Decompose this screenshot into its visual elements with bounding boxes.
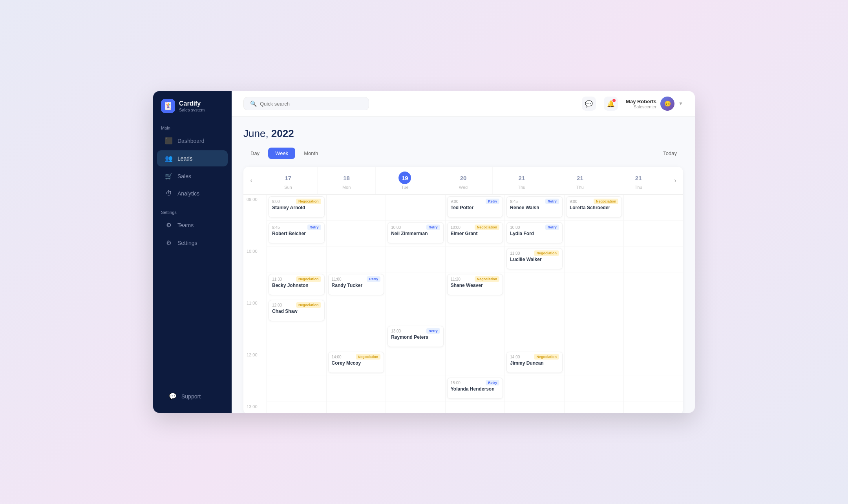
sidebar-item-leads[interactable]: 👥 Leads — [157, 150, 228, 166]
dashboard-icon: ⬛ — [165, 137, 173, 144]
sidebar-item-label: Settings — [177, 240, 197, 246]
search-input[interactable] — [260, 101, 362, 107]
event-jimmy-duncan[interactable]: 14:00 Negociation Jimmy Duncan — [506, 352, 563, 373]
teams-icon: ⚙ — [165, 221, 173, 229]
app-name: Cardify — [179, 100, 205, 107]
chat-icon: 💬 — [585, 100, 593, 108]
search-icon: 🔍 — [250, 100, 257, 107]
tab-month[interactable]: Month — [297, 148, 325, 159]
main-section-label: Main — [153, 122, 232, 132]
event-yolanda-henderson[interactable]: 15:00 Retry Yolanda Henderson — [447, 378, 503, 399]
day-header-tue: 19 Tue — [376, 167, 434, 194]
sidebar-item-label: Teams — [177, 222, 194, 228]
event-shane-weaver[interactable]: 11:20 Negociation Shane Weaver — [447, 274, 503, 295]
sidebar-item-dashboard[interactable]: ⬛ Dashboard — [157, 133, 228, 149]
sidebar-item-label: Dashboard — [177, 138, 205, 144]
user-profile[interactable]: May Roberts Salescenter 😊 ▼ — [626, 97, 683, 111]
event-lucille-walker[interactable]: 11:00 Negociation Lucille Walker — [506, 248, 563, 269]
avatar: 😊 — [660, 97, 674, 111]
calendar-days-header: 17 Sun 18 Mon 19 Tue — [259, 167, 667, 194]
sidebar-item-label: Support — [181, 393, 201, 400]
sidebar-item-label: Leads — [177, 155, 192, 162]
day-col-thu1: 9:45 Retry Renee Walsh 10:00 Retry — [505, 195, 565, 413]
view-tabs: Day Week Month Today — [243, 148, 683, 159]
header-right: 💬 🔔 May Roberts Salescenter 😊 ▼ — [582, 97, 683, 111]
sidebar-item-label: Sales — [177, 173, 191, 179]
tab-day[interactable]: Day — [243, 148, 267, 159]
search-bar[interactable]: 🔍 — [243, 97, 369, 110]
prev-nav[interactable]: ‹ — [243, 171, 259, 190]
day-header-wed: 20 Wed — [434, 167, 493, 194]
event-neil-zimmerman[interactable]: 10:00 Retry Neil Zimmerman — [387, 222, 444, 243]
time-column: 09:00 10:00 11:00 12:00 13:00 14:00 15:0… — [243, 195, 267, 413]
notification-button[interactable]: 🔔 — [604, 97, 618, 111]
day-col-mon: 11:00 Retry Randy Tucker 14:00 Negociati… — [327, 195, 386, 413]
day-header-mon: 18 Mon — [318, 167, 376, 194]
event-robert-belcher[interactable]: 9:45 Retry Robert Belcher — [269, 222, 325, 243]
chevron-down-icon: ▼ — [678, 101, 683, 106]
day-col-wed: 9:00 Retry Ted Potter 10:00 Negociation — [446, 195, 505, 413]
badge-retry: Retry — [307, 225, 321, 230]
sales-icon: 🛒 — [165, 172, 173, 180]
sidebar: 🃏 Cardify Sales system Main ⬛ Dashboard … — [153, 91, 232, 413]
event-renee-walsh[interactable]: 9:45 Retry Renee Walsh — [506, 196, 563, 217]
day-header-thu2: 21 Thu — [551, 167, 610, 194]
user-role: Salescenter — [626, 104, 656, 109]
event-stanley-arnold[interactable]: 9:00 Negociation Stanley Arnold — [269, 196, 325, 217]
notif-dot — [612, 99, 616, 102]
sidebar-item-teams[interactable]: ⚙ Teams — [157, 217, 228, 233]
today-button[interactable]: Today — [657, 148, 683, 159]
event-ted-potter[interactable]: 9:00 Retry Ted Potter — [447, 196, 503, 217]
sidebar-item-settings[interactable]: ⚙ Settings — [157, 235, 228, 251]
main-content: 🔍 💬 🔔 May Roberts Salescenter 😊 — [232, 91, 695, 413]
calendar-grid: 9:00 Negociation Stanley Arnold 9:45 Ret… — [267, 195, 683, 413]
day-header-sun: 17 Sun — [259, 167, 318, 194]
day-col-tue: 10:00 Retry Neil Zimmerman 13:00 Retry — [386, 195, 446, 413]
event-corey-mccoy[interactable]: 14:00 Negociation Corey Mccoy — [328, 352, 384, 373]
day-col-sun: 9:00 Negociation Stanley Arnold 9:45 Ret… — [267, 195, 327, 413]
day-header-thu1: 21 Thu — [493, 167, 551, 194]
event-randy-tucker[interactable]: 11:00 Retry Randy Tucker — [328, 274, 384, 295]
calendar-header: ‹ 17 Sun 18 Mon — [243, 167, 683, 195]
sidebar-item-analytics[interactable]: ⏱ Analytics — [157, 186, 228, 201]
sidebar-item-sales[interactable]: 🛒 Sales — [157, 168, 228, 184]
chat-button[interactable]: 💬 — [582, 97, 596, 111]
calendar: ‹ 17 Sun 18 Mon — [243, 167, 683, 413]
day-col-thu2: 9:00 Negociation Loretta Schroeder — [565, 195, 624, 413]
calendar-body: 09:00 10:00 11:00 12:00 13:00 14:00 15:0… — [243, 195, 683, 413]
event-lydia-ford[interactable]: 10:00 Retry Lydia Ford — [506, 222, 563, 243]
event-elmer-grant[interactable]: 10:00 Negociation Elmer Grant — [447, 222, 503, 243]
header: 🔍 💬 🔔 May Roberts Salescenter 😊 — [232, 91, 695, 117]
day-col-thu3 — [624, 195, 683, 413]
logo-icon: 🃏 — [161, 99, 175, 113]
sidebar-item-label: Analytics — [177, 190, 199, 197]
leads-icon: 👥 — [165, 155, 173, 162]
next-nav[interactable]: › — [667, 171, 683, 190]
settings-icon: ⚙ — [165, 239, 173, 247]
event-raymond-peters[interactable]: 13:00 Retry Raymond Peters — [387, 326, 444, 347]
day-header-thu3: 21 Thu — [609, 167, 667, 194]
app-subtitle: Sales system — [179, 108, 205, 112]
analytics-icon: ⏱ — [165, 190, 173, 197]
page-title: June, 2022 — [243, 128, 683, 140]
event-chad-shaw[interactable]: 12:00 Negociation Chad Shaw — [269, 300, 325, 321]
tab-week[interactable]: Week — [268, 148, 295, 159]
settings-section-label: Settings — [153, 207, 232, 216]
logo-area[interactable]: 🃏 Cardify Sales system — [153, 99, 232, 122]
support-icon: 💬 — [169, 393, 177, 400]
event-becky-johnston[interactable]: 11:30 Negociation Becky Johnston — [269, 274, 325, 295]
event-loretta-schroeder[interactable]: 9:00 Negociation Loretta Schroeder — [566, 196, 622, 217]
sidebar-item-support[interactable]: 💬 Support — [161, 388, 224, 404]
user-name: May Roberts — [626, 99, 656, 104]
content-area: June, 2022 Day Week Month Today ‹ — [232, 117, 695, 413]
badge-negociation: Negociation — [296, 199, 321, 204]
